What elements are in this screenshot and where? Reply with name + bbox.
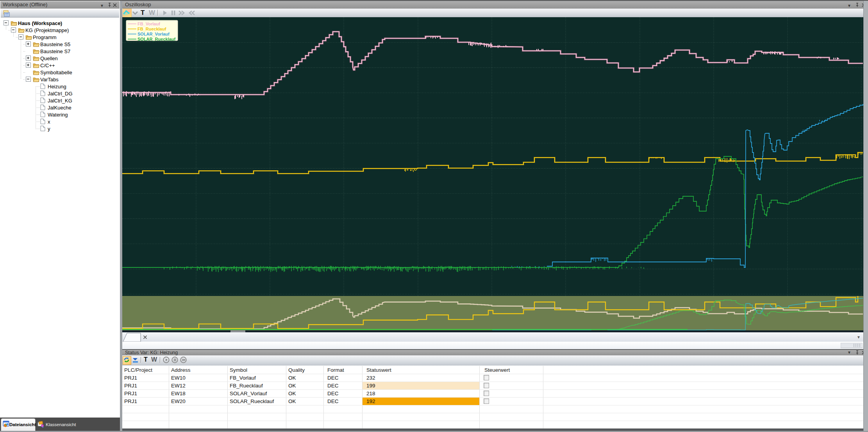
svg-text:SOLAR_Ruecklauf: SOLAR_Ruecklauf — [138, 37, 176, 41]
svg-text:SOLAR_Vorlauf: SOLAR_Vorlauf — [138, 32, 170, 36]
svg-text:FB_Vorlauf: FB_Vorlauf — [138, 22, 160, 26]
svg-text:FB_Ruecklauf: FB_Ruecklauf — [138, 27, 166, 31]
